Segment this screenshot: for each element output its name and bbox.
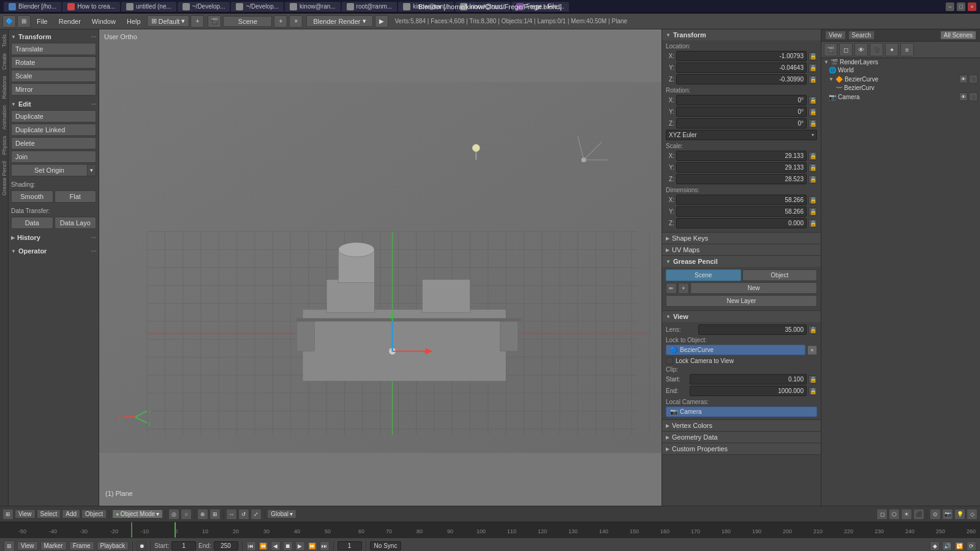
texture-btn[interactable]: ⬛ bbox=[913, 509, 924, 520]
rotation-z-lock[interactable]: 🔒 bbox=[809, 119, 817, 128]
lock-camera-checkbox[interactable] bbox=[666, 357, 673, 364]
transform-properties-header[interactable]: ▼ Transform bbox=[662, 29, 821, 40]
audio-btn[interactable]: 🔊 bbox=[942, 541, 952, 551]
data-button[interactable]: Data bbox=[11, 217, 53, 229]
keyframe-btn[interactable]: ◆ bbox=[930, 541, 940, 551]
rotation-mode-dropdown[interactable]: XYZ Euler ▾ bbox=[666, 130, 817, 140]
scale-button[interactable]: Scale bbox=[11, 70, 96, 82]
create-tab[interactable]: Create bbox=[0, 51, 9, 72]
frame-btn[interactable]: Frame bbox=[69, 541, 94, 550]
camera-render-btn[interactable]: 🎥 bbox=[969, 92, 978, 101]
camera-btn[interactable]: 📷 bbox=[942, 509, 953, 520]
dim-y-input[interactable]: 58.266 bbox=[676, 206, 807, 217]
timeline-bg[interactable]: -50 -40 -30 -20 -10 0 10 20 30 40 50 60 … bbox=[0, 522, 980, 538]
select-menu-btn[interactable]: Select bbox=[37, 509, 61, 519]
dim-x-input[interactable]: 58.266 bbox=[676, 195, 807, 205]
rotate-manipulator-btn[interactable]: ↺ bbox=[238, 509, 249, 520]
rendered-btn[interactable]: ☀ bbox=[901, 509, 912, 520]
workspace-selector[interactable]: ⊞ Default ▾ bbox=[147, 15, 190, 27]
tab-5[interactable]: ~/Develop... bbox=[231, 2, 284, 12]
mode-selector[interactable]: ● Object Mode ▾ bbox=[112, 509, 163, 519]
play-reverse-btn[interactable]: ◀ bbox=[271, 541, 281, 551]
tab-2[interactable]: How to crea... bbox=[62, 2, 120, 12]
minimize-button[interactable]: − bbox=[946, 2, 954, 11]
gp-pencil-icon[interactable]: ✏ bbox=[666, 283, 677, 294]
camera-visibility-btn[interactable]: 👁 bbox=[959, 92, 968, 101]
vertex-colors-header[interactable]: ▶ Vertex Colors bbox=[662, 420, 821, 431]
location-x-lock[interactable]: 🔒 bbox=[809, 52, 817, 61]
scene-layout-btn[interactable]: ⊞ bbox=[17, 15, 31, 28]
outliner-icon-scene[interactable]: 🎬 bbox=[824, 43, 837, 56]
location-x-input[interactable]: -1.00793 bbox=[676, 51, 807, 61]
uv-maps-header[interactable]: ▶ UV Maps bbox=[662, 244, 821, 255]
scene-del-btn[interactable]: × bbox=[289, 15, 303, 28]
tab-4[interactable]: ~/Develop... bbox=[178, 2, 230, 12]
duplicate-linked-button[interactable]: Duplicate Linked bbox=[11, 124, 96, 136]
render-btn[interactable]: ▶ bbox=[375, 15, 388, 28]
marker-btn[interactable]: Marker bbox=[40, 541, 67, 550]
object-menu-btn[interactable]: Object bbox=[81, 509, 107, 519]
end-frame-input[interactable]: 250 bbox=[214, 541, 238, 550]
tab-blender[interactable]: Blender [/ho... bbox=[4, 2, 61, 12]
location-z-lock[interactable]: 🔒 bbox=[809, 75, 817, 84]
tab-3[interactable]: untitled (ne... bbox=[121, 2, 176, 12]
play-btn[interactable]: ▶ bbox=[295, 541, 305, 551]
manipulator-btn[interactable]: ↔ bbox=[226, 509, 237, 520]
grease-pencil-tab[interactable]: Grease Pencil bbox=[0, 159, 9, 198]
sync-mode-btn[interactable]: No Sync bbox=[370, 541, 402, 550]
shape-keys-header[interactable]: ▶ Shape Keys bbox=[662, 233, 821, 244]
sync-btn[interactable]: ⟳ bbox=[967, 541, 976, 551]
physics-tab[interactable]: Physics bbox=[0, 133, 9, 157]
show-gizmo-btn[interactable]: ⊙ bbox=[930, 509, 941, 520]
smooth-button[interactable]: Smooth bbox=[11, 190, 53, 203]
translate-button[interactable]: Translate bbox=[11, 43, 96, 55]
render-engine-selector[interactable]: Blender Render ▾ bbox=[306, 15, 373, 27]
rotation-x-input[interactable]: 0° bbox=[676, 95, 807, 105]
scale-x-input[interactable]: 29.133 bbox=[676, 151, 807, 161]
dim-x-lock[interactable]: 🔒 bbox=[809, 196, 817, 204]
edit-section-header[interactable]: ▼ Edit ··· bbox=[11, 99, 96, 109]
view-properties-header[interactable]: ▼ View bbox=[662, 311, 821, 322]
scene-btn[interactable]: 🎬 bbox=[208, 15, 221, 28]
outliner-icon-lock[interactable]: 👁 bbox=[854, 43, 868, 56]
operator-section-header[interactable]: ▼ Operator ··· bbox=[11, 246, 96, 256]
help-menu[interactable]: Help bbox=[122, 17, 146, 26]
rotation-y-input[interactable]: 0° bbox=[676, 107, 807, 117]
rotation-y-lock[interactable]: 🔒 bbox=[809, 108, 817, 116]
add-menu-btn[interactable]: Add bbox=[62, 509, 80, 519]
set-origin-arrow-button[interactable]: ▾ bbox=[88, 164, 96, 176]
relations-tab[interactable]: Relations bbox=[0, 73, 9, 102]
custom-properties-header[interactable]: ▶ Custom Properties bbox=[662, 443, 821, 454]
scene-selector[interactable]: Scene bbox=[223, 16, 272, 27]
jump-start-btn[interactable]: ⏮ bbox=[246, 541, 256, 551]
outliner-icon-render[interactable]: 🎥 bbox=[870, 43, 883, 56]
outliner-icon-active[interactable]: ✦ bbox=[885, 43, 899, 56]
playback-icon[interactable]: ⊞ bbox=[4, 541, 15, 552]
playback-settings-btn[interactable]: Playback bbox=[97, 541, 129, 550]
clip-end-lock[interactable]: 🔒 bbox=[809, 387, 817, 395]
tools-tab[interactable]: Tools bbox=[0, 32, 9, 50]
window-menu[interactable]: Window bbox=[87, 17, 121, 26]
transform-space-btn[interactable]: Global ▾ bbox=[267, 509, 296, 519]
scale-y-lock[interactable]: 🔒 bbox=[809, 163, 817, 172]
step-fwd-btn[interactable]: ⏩ bbox=[307, 541, 317, 551]
rotation-z-input[interactable]: 0° bbox=[676, 118, 807, 129]
outliner-camera[interactable]: 📷 Camera 👁 🎥 bbox=[821, 92, 980, 102]
start-frame-input[interactable]: 1 bbox=[172, 541, 196, 550]
gp-scene-button[interactable]: Scene bbox=[666, 269, 741, 281]
tab-7[interactable]: root@ranm... bbox=[342, 2, 398, 12]
grease-pencil-header[interactable]: ▼ Grease Pencil bbox=[662, 256, 821, 267]
workspace-add-btn[interactable]: + bbox=[190, 15, 204, 28]
gp-object-button[interactable]: Object bbox=[742, 269, 818, 281]
lock-obj-clear-button[interactable]: × bbox=[807, 345, 817, 355]
jump-end-btn[interactable]: ⏭ bbox=[320, 541, 330, 551]
lens-input[interactable]: 35.000 bbox=[698, 324, 807, 335]
set-origin-button[interactable]: Set Origin bbox=[11, 164, 88, 176]
current-frame-input[interactable]: 1 bbox=[337, 541, 362, 550]
outliner-bezier-curv[interactable]: 〰 BezierCurv bbox=[821, 84, 980, 92]
flat-button[interactable]: Flat bbox=[55, 190, 97, 203]
clip-start-input[interactable]: 0.100 bbox=[690, 374, 807, 384]
bezier-visibility-btn[interactable]: 👁 bbox=[959, 75, 968, 83]
render-menu[interactable]: Render bbox=[54, 17, 86, 26]
animation-tab[interactable]: Animation bbox=[0, 103, 9, 132]
